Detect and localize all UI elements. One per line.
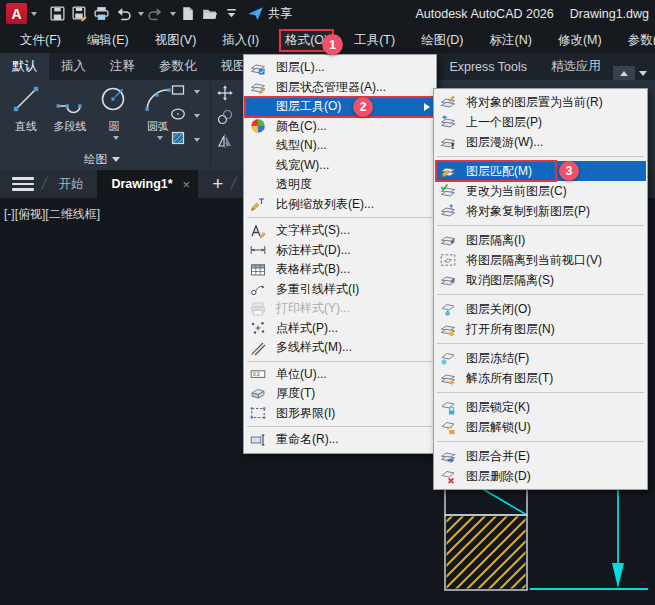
layer-thaw-all-icon xyxy=(440,370,460,386)
menubar-item-5[interactable]: 工具(T) xyxy=(348,29,401,52)
limits-icon xyxy=(250,405,270,421)
layer-submenu-item-4[interactable]: 图层匹配(M)3 xyxy=(435,161,646,181)
share-label: 共享 xyxy=(268,5,292,22)
save-as-icon[interactable] xyxy=(69,4,89,24)
plot-icon[interactable] xyxy=(91,4,111,24)
format-menu-item-11[interactable]: 表格样式(B)... xyxy=(245,260,435,280)
menubar-item-1[interactable]: 编辑(E) xyxy=(81,29,135,52)
chevron-down-icon[interactable] xyxy=(167,4,175,24)
layer-submenu-item-2[interactable]: 图层漫游(W)... xyxy=(435,132,646,152)
close-icon[interactable]: × xyxy=(183,177,191,192)
chevron-down-icon[interactable] xyxy=(135,4,143,24)
mleader-style-icon xyxy=(250,281,270,297)
save-icon[interactable] xyxy=(47,4,67,24)
ribbon-tab-1[interactable]: 插入 xyxy=(49,53,98,80)
redo-icon[interactable] xyxy=(145,4,165,24)
layer-submenu-item-6[interactable]: 将对象复制到新图层(P) xyxy=(435,201,646,221)
format-menu-item-7[interactable]: 比例缩放列表(E)... xyxy=(245,195,435,215)
menu-separator xyxy=(437,392,644,393)
ribbon-collapse-options[interactable] xyxy=(639,71,647,76)
layer-submenu-item-0[interactable]: 将对象的图层置为当前(R) xyxy=(435,92,646,112)
format-menu-item-6[interactable]: 透明度 xyxy=(245,175,435,195)
layer-submenu-item-10[interactable]: 取消图层隔离(S) xyxy=(435,270,646,290)
menu-separator xyxy=(437,156,644,157)
tool-circle[interactable]: 圆 xyxy=(92,82,136,140)
layer-submenu-item-21[interactable]: 图层合并(E) xyxy=(435,446,646,466)
menubar-item-0[interactable]: 文件(F) xyxy=(14,29,67,52)
chevron-down-icon[interactable] xyxy=(157,136,163,140)
tool-line[interactable]: 直线 xyxy=(4,82,48,140)
chevron-down-icon[interactable] xyxy=(113,136,119,140)
ribbon-tab-3[interactable]: 参数化 xyxy=(147,53,209,80)
menubar-item-2[interactable]: 视图(V) xyxy=(149,29,203,52)
open-icon[interactable] xyxy=(199,4,219,24)
format-menu-item-1[interactable]: 图层状态管理器(A)... xyxy=(245,78,435,98)
new-drawing-icon[interactable] xyxy=(177,4,197,24)
layer-submenu-item-19[interactable]: 图层解锁(U) xyxy=(435,417,646,437)
menubar-item-8[interactable]: 修改(M) xyxy=(552,29,608,52)
draw-panel-label[interactable]: 绘图 xyxy=(0,152,204,167)
tool-hatch[interactable] xyxy=(170,130,200,150)
format-menu-item-9[interactable]: 文字样式(S)... xyxy=(245,221,435,241)
menubar-item-3[interactable]: 插入(I) xyxy=(216,29,265,52)
format-menu-item-2[interactable]: 图层工具(O)2 xyxy=(245,97,435,117)
tool-rectangle[interactable] xyxy=(170,82,200,102)
chevron-down-icon[interactable] xyxy=(194,90,200,94)
ribbon-tab-2[interactable]: 注释 xyxy=(98,53,147,80)
plot-style-icon xyxy=(250,301,270,317)
menu-separator xyxy=(437,441,644,442)
chevron-down-icon[interactable] xyxy=(194,138,200,142)
app-logo-button[interactable]: A xyxy=(6,3,37,24)
menubar-item-6[interactable]: 绘图(D) xyxy=(415,29,469,52)
new-tab-button[interactable]: + xyxy=(212,173,223,195)
undo-icon[interactable] xyxy=(113,4,133,24)
menubar-item-9[interactable]: 参数(P) xyxy=(622,29,655,52)
menu-item-label: 点样式(P)... xyxy=(276,320,338,337)
format-menu-item-19[interactable]: 图形界限(I) xyxy=(245,404,435,424)
svg-text:0.0: 0.0 xyxy=(253,372,260,377)
format-menu-item-5[interactable]: 线宽(W)... xyxy=(245,156,435,176)
layer-submenu-item-8[interactable]: 图层隔离(I) xyxy=(435,230,646,250)
tab-start[interactable]: 开始 xyxy=(54,176,87,193)
layer-submenu-item-18[interactable]: 图层锁定(K) xyxy=(435,397,646,417)
format-menu-item-4[interactable]: 线型(N)... xyxy=(245,136,435,156)
menubar-item-7[interactable]: 标注(N) xyxy=(484,29,538,52)
move-icon[interactable] xyxy=(216,84,234,102)
qat-customize-icon[interactable] xyxy=(221,4,241,24)
menu-item-label: 表格样式(B)... xyxy=(276,261,350,278)
format-menu-item-14[interactable]: 点样式(P)... xyxy=(245,319,435,339)
tool-ellipse[interactable] xyxy=(170,106,200,126)
format-menu-item-12[interactable]: 多重引线样式(I) xyxy=(245,280,435,300)
layer-submenu-item-5[interactable]: 更改为当前图层(C) xyxy=(435,181,646,201)
menu-item-label: 图层匹配(M) xyxy=(466,163,532,180)
format-menu-item-3[interactable]: 颜色(C)... xyxy=(245,117,435,137)
format-menu-item-18[interactable]: 厚度(T) xyxy=(245,384,435,404)
ribbon-tab-6[interactable]: Express Tools xyxy=(437,53,539,80)
window-title: Autodesk AutoCAD 2026 Drawing1.dwg xyxy=(415,0,649,27)
hamburger-menu-icon[interactable] xyxy=(12,174,34,194)
layer-submenu-item-12[interactable]: 图层关闭(O) xyxy=(435,299,646,319)
layer-submenu-item-16[interactable]: 解冻所有图层(T) xyxy=(435,368,646,388)
arrow-head xyxy=(612,563,624,588)
layer-submenu-item-1[interactable]: 上一个图层(P) xyxy=(435,112,646,132)
format-menu-item-17[interactable]: 0.0单位(U)... xyxy=(245,365,435,385)
share-button[interactable]: 共享 xyxy=(247,5,292,22)
mirror-icon[interactable] xyxy=(216,132,234,150)
ribbon-collapse-button[interactable] xyxy=(613,66,635,80)
ribbon-tab-0[interactable]: 默认 xyxy=(0,53,49,80)
layer-submenu-item-22[interactable]: 图层删除(D) xyxy=(435,466,646,486)
ribbon-tab-7[interactable]: 精选应用 xyxy=(539,53,613,80)
chevron-down-icon[interactable] xyxy=(194,114,200,118)
format-menu-item-15[interactable]: 多线样式(M)... xyxy=(245,338,435,358)
tab-drawing1[interactable]: Drawing1* × xyxy=(97,170,198,198)
format-menu-item-13[interactable]: 打印样式(Y)... xyxy=(245,299,435,319)
line-icon xyxy=(11,84,41,118)
layer-submenu-item-15[interactable]: 图层冻结(F) xyxy=(435,348,646,368)
format-menu-item-21[interactable]: 重命名(R)... xyxy=(245,430,435,450)
format-menu-item-0[interactable]: 图层(L)... xyxy=(245,58,435,78)
layer-submenu-item-13[interactable]: 打开所有图层(N) xyxy=(435,319,646,339)
format-menu-item-10[interactable]: 标注样式(D)... xyxy=(245,241,435,261)
copy-icon[interactable] xyxy=(216,108,234,126)
tool-polyline[interactable]: 多段线 xyxy=(48,82,92,140)
layer-submenu-item-9[interactable]: 将图层隔离到当前视口(V) xyxy=(435,250,646,270)
